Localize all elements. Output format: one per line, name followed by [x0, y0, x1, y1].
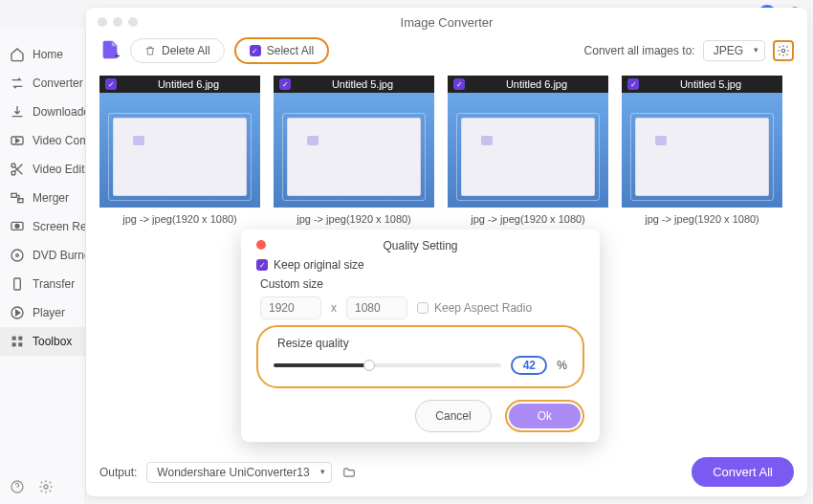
card-checkbox[interactable]: ✓ — [627, 78, 639, 90]
sidebar-item-label: Player — [33, 306, 65, 319]
slider-thumb[interactable] — [363, 360, 375, 371]
add-file-icon: + — [99, 39, 121, 60]
thumbnails-row: ✓Untitled 6.jpg jpg -> jpeg(1920 x 1080)… — [86, 70, 807, 230]
svg-point-21 — [781, 49, 785, 53]
add-files-button[interactable]: + — [99, 39, 121, 63]
percent-sign: % — [557, 359, 567, 372]
dimension-separator: x — [331, 301, 337, 315]
settings-cog-icon[interactable] — [38, 479, 54, 494]
record-icon — [10, 219, 25, 234]
ok-button[interactable]: Ok — [509, 404, 581, 428]
card-checkbox[interactable]: ✓ — [105, 78, 117, 90]
home-icon — [10, 47, 25, 62]
card-caption: jpg -> jpeg(1920 x 1080) — [274, 208, 434, 230]
convert-target-label: Convert all images to: — [584, 44, 695, 57]
sidebar: Home Converter Downloader Video Compress… — [0, 29, 86, 504]
sidebar-item-downloader[interactable]: Downloader — [0, 98, 85, 126]
gear-icon — [777, 44, 790, 57]
sidebar-item-video-compressor[interactable]: Video Compressor — [0, 126, 85, 155]
select-value: Wondershare UniConverter13 — [157, 466, 309, 479]
card-caption: jpg -> jpeg(1920 x 1080) — [448, 208, 608, 230]
quality-settings-button[interactable] — [773, 40, 794, 61]
help-icon[interactable] — [10, 479, 25, 494]
transfer-icon — [10, 276, 25, 292]
sidebar-item-transfer[interactable]: Transfer — [0, 270, 85, 298]
sidebar-item-converter[interactable]: Converter — [0, 69, 85, 98]
sidebar-item-player[interactable]: Player — [0, 298, 85, 327]
svg-point-9 — [15, 224, 19, 228]
card-filename: Untitled 6.jpg — [471, 78, 603, 90]
svg-text:+: + — [115, 50, 121, 60]
select-all-button[interactable]: ✓ Select All — [234, 37, 329, 64]
sidebar-item-screen-recorder[interactable]: Screen Recorder — [0, 212, 85, 241]
image-card[interactable]: ✓Untitled 5.jpg jpg -> jpeg(1920 x 1080) — [274, 76, 434, 230]
window-title: Image Converter — [401, 15, 494, 30]
svg-point-19 — [44, 485, 48, 489]
play-icon — [10, 305, 25, 320]
card-checkbox[interactable]: ✓ — [279, 78, 291, 90]
card-thumb — [448, 93, 608, 208]
window-traffic-lights[interactable] — [98, 17, 138, 27]
svg-rect-6 — [11, 193, 16, 197]
card-filename: Untitled 5.jpg — [645, 78, 777, 90]
card-filename: Untitled 5.jpg — [297, 78, 428, 90]
select-value: JPEG — [714, 44, 743, 57]
card-filename: Untitled 6.jpg — [122, 78, 254, 90]
sidebar-item-video-editor[interactable]: Video Editor — [0, 155, 85, 184]
image-card[interactable]: ✓Untitled 6.jpg jpg -> jpeg(1920 x 1080) — [99, 76, 260, 230]
card-checkbox[interactable]: ✓ — [453, 78, 465, 90]
image-card[interactable]: ✓Untitled 5.jpg jpg -> jpeg(1920 x 1080) — [622, 76, 782, 230]
output-path-select[interactable]: Wondershare UniConverter13 — [146, 462, 331, 483]
sidebar-item-label: Home — [33, 48, 63, 61]
card-thumb — [274, 93, 434, 208]
video-icon — [10, 133, 25, 148]
delete-all-button[interactable]: Delete All — [130, 38, 225, 63]
grid-icon — [10, 334, 25, 349]
checkbox-icon: ✓ — [250, 45, 261, 56]
button-label: Ok — [538, 409, 552, 423]
quality-slider[interactable] — [274, 363, 501, 367]
convert-all-button[interactable]: Convert All — [692, 457, 794, 487]
image-card[interactable]: ✓Untitled 6.jpg jpg -> jpeg(1920 x 1080) — [448, 76, 608, 230]
sidebar-item-dvd-burner[interactable]: DVD Burner — [0, 241, 85, 270]
resize-quality-label: Resize quality — [277, 337, 567, 350]
card-caption: jpg -> jpeg(1920 x 1080) — [99, 208, 260, 230]
sidebar-item-merger[interactable]: Merger — [0, 184, 85, 212]
svg-point-5 — [11, 171, 15, 175]
close-button[interactable] — [256, 240, 266, 250]
output-label: Output: — [99, 466, 137, 479]
sidebar-item-label: Video Compressor — [33, 134, 85, 147]
cancel-button[interactable]: Cancel — [415, 400, 491, 432]
width-input[interactable] — [260, 296, 321, 319]
sidebar-item-toolbox[interactable]: Toolbox — [0, 327, 85, 356]
scissors-icon — [10, 162, 25, 177]
open-folder-button[interactable] — [341, 466, 357, 479]
card-thumb — [622, 93, 782, 208]
quality-value[interactable]: 42 — [511, 356, 547, 375]
merge-icon — [10, 190, 25, 206]
height-input[interactable] — [346, 296, 407, 319]
svg-rect-16 — [12, 342, 16, 346]
custom-size-label: Custom size — [260, 277, 584, 291]
keep-aspect-checkbox[interactable] — [417, 302, 428, 314]
svg-point-11 — [16, 254, 19, 257]
button-label: Cancel — [435, 409, 471, 423]
trash-icon — [144, 45, 156, 56]
resize-quality-group: Resize quality 42 % — [256, 325, 584, 388]
sidebar-item-home[interactable]: Home — [0, 40, 85, 69]
svg-point-4 — [11, 164, 15, 167]
button-label: Select All — [267, 44, 314, 57]
sidebar-item-label: Downloader — [33, 105, 85, 119]
sidebar-item-label: Transfer — [33, 277, 75, 291]
sidebar-item-label: Video Editor — [33, 163, 85, 176]
svg-rect-15 — [18, 337, 22, 340]
keep-original-checkbox[interactable]: ✓ — [256, 259, 268, 271]
convert-icon — [10, 76, 25, 91]
card-thumb — [99, 93, 260, 208]
sidebar-item-label: Screen Recorder — [33, 220, 85, 233]
target-format-select[interactable]: JPEG — [703, 40, 765, 61]
disc-icon — [10, 248, 25, 263]
sidebar-item-label: Converter — [33, 77, 83, 90]
keep-aspect-label: Keep Aspect Radio — [434, 301, 532, 315]
sidebar-item-label: Merger — [33, 191, 69, 205]
